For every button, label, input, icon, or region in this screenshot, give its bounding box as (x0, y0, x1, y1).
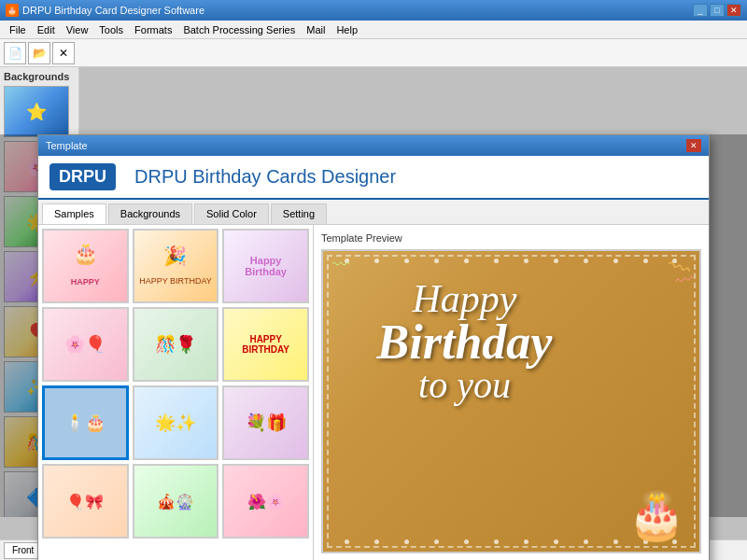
preview-streamer-3: 〰 (332, 256, 349, 275)
minimize-button[interactable]: _ (693, 4, 708, 17)
app-icon: 🎂 (6, 4, 19, 17)
preview-dots-row (323, 259, 699, 263)
template-item-6[interactable]: HAPPYBIRTHDAY (222, 307, 309, 382)
title-bar: 🎂 DRPU Birthday Card Designer Software _… (0, 0, 747, 21)
tab-samples[interactable]: Samples (42, 203, 106, 224)
template-item-2[interactable]: 🎉HAPPY BIRTHDAY (133, 229, 219, 303)
template-item-1[interactable]: 🎂HAPPY (42, 229, 129, 303)
template-grid: 🎂HAPPY 🎉HAPPY BIRTHDAY HappyBirthday 🌸🎈 (42, 229, 309, 539)
preview-birthday-text-block: Happy Birthday to you (342, 279, 587, 404)
app-title: DRPU Birthday Card Designer Software (22, 5, 204, 16)
template-item-9[interactable]: 💐🎁 (222, 385, 309, 460)
tab-setting[interactable]: Setting (271, 203, 327, 224)
preview-happy: Happy (342, 279, 587, 318)
close-toolbar-button[interactable]: ✕ (52, 42, 75, 64)
open-button[interactable]: 📂 (28, 42, 50, 64)
tab-solid-color[interactable]: Solid Color (194, 203, 269, 224)
menu-bar: File Edit View Tools Formats Batch Proce… (0, 21, 747, 39)
window-controls: _ □ ✕ (693, 4, 741, 17)
drpu-title: DRPU Birthday Cards Designer (134, 166, 396, 188)
modal-title-bar: Template ✕ (38, 135, 709, 156)
modal-close-button[interactable]: ✕ (686, 139, 701, 152)
preview-toyou: to you (342, 367, 587, 404)
drpu-logo: DRPU (49, 163, 116, 190)
template-item-8[interactable]: 🌟✨ (133, 385, 219, 460)
menu-tools[interactable]: Tools (93, 22, 129, 37)
menu-edit[interactable]: Edit (32, 22, 61, 37)
template-item-11[interactable]: 🎪🎡 (133, 464, 219, 539)
template-item-12[interactable]: 🌺🌸 (222, 464, 309, 539)
template-item-4[interactable]: 🌸🎈 (42, 307, 129, 382)
template-item-7-selected[interactable]: 🕯️🎂 (42, 385, 129, 460)
modal-overlay: Template ✕ DRPU DRPU Birthday Cards Desi… (0, 134, 747, 517)
preview-birthday: Birthday (342, 318, 587, 367)
new-button[interactable]: 📄 (4, 42, 26, 64)
menu-formats[interactable]: Formats (129, 22, 177, 37)
template-item-3[interactable]: HappyBirthday (222, 229, 309, 303)
menu-batch[interactable]: Batch Processing Series (177, 22, 301, 37)
template-modal: Template ✕ DRPU DRPU Birthday Cards Desi… (37, 134, 710, 560)
template-preview-area: Template Preview (314, 225, 709, 560)
drpu-header: DRPU DRPU Birthday Cards Designer (38, 156, 709, 200)
background-thumbnail-1[interactable]: ⭐ (4, 86, 69, 137)
close-button[interactable]: ✕ (726, 4, 741, 17)
preview-streamer-2: 〰 (674, 268, 697, 292)
template-grid-area: 🎂HAPPY 🎉HAPPY BIRTHDAY HappyBirthday 🌸🎈 (38, 225, 314, 560)
menu-view[interactable]: View (61, 22, 94, 37)
preview-image: 〰 〰 〰 Happy Birthday to you 🎂 (321, 249, 701, 553)
template-item-5[interactable]: 🎊🌹 (133, 307, 219, 382)
preview-label: Template Preview (321, 232, 701, 244)
menu-help[interactable]: Help (331, 22, 363, 37)
sidebar-title: Backgrounds (4, 71, 75, 82)
template-item-10[interactable]: 🎈🎀 (42, 464, 129, 539)
tab-backgrounds[interactable]: Backgrounds (108, 203, 192, 224)
menu-file[interactable]: File (4, 22, 32, 37)
modal-title: Template (46, 140, 88, 151)
modal-content: 🎂HAPPY 🎉HAPPY BIRTHDAY HappyBirthday 🌸🎈 (38, 225, 709, 560)
toolbar: 📄 📂 ✕ (0, 39, 747, 67)
preview-cake-icon: 🎂 (627, 488, 685, 542)
maximize-button[interactable]: □ (710, 4, 725, 17)
modal-tabs: Samples Backgrounds Solid Color Setting (38, 200, 709, 225)
menu-mail[interactable]: Mail (301, 22, 331, 37)
